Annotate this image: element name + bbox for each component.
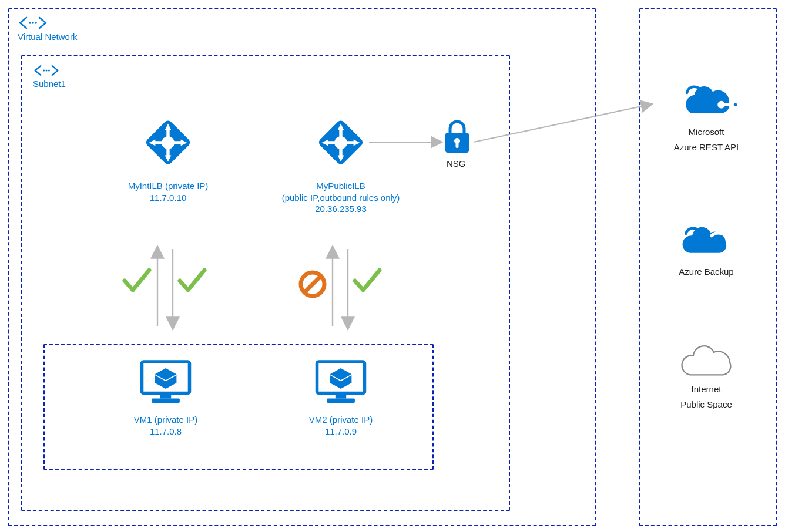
internet-label1: Internet <box>653 383 759 395</box>
svg-point-42 <box>733 102 738 107</box>
vm1-ip: 11.7.0.8 <box>113 426 219 437</box>
svg-rect-37 <box>327 399 355 403</box>
public-ilb: MyPublicILB (public IP,outbound rules on… <box>270 116 411 215</box>
vm2-ip: 11.7.0.9 <box>288 426 394 437</box>
diagram-canvas: Virtual Network Subnet1 MyIntILB (privat… <box>0 0 785 532</box>
lock-icon <box>443 120 471 155</box>
svg-rect-36 <box>336 393 346 398</box>
vm-icon <box>314 359 368 405</box>
svg-rect-30 <box>160 393 171 398</box>
rest-api-label1: Microsoft <box>653 126 759 138</box>
svg-rect-31 <box>152 399 180 403</box>
vm2: VM2 (private IP) 11.7.0.9 <box>288 359 394 437</box>
public-ilb-detail: (public IP,outbound rules only) <box>270 192 411 204</box>
vm-icon <box>139 359 193 405</box>
svg-point-4 <box>45 69 47 71</box>
svg-point-17 <box>334 136 347 149</box>
cloud-backup-icon <box>674 217 739 261</box>
virtual-network-label: Virtual Network <box>18 15 77 42</box>
cloud-api-icon <box>674 78 739 121</box>
svg-marker-43 <box>726 235 734 244</box>
svg-point-7 <box>162 136 175 149</box>
subnet-icon <box>33 63 60 78</box>
subnet-text: Subnet1 <box>33 79 66 89</box>
cloud-icon <box>674 337 739 378</box>
load-balancer-icon <box>142 116 194 169</box>
internal-ilb-name: MyIntILB (private IP) <box>115 180 221 192</box>
svg-point-3 <box>43 69 45 71</box>
vm1: VM1 (private IP) 11.7.0.8 <box>113 359 219 437</box>
internal-ilb: MyIntILB (private IP) 11.7.0.10 <box>115 116 221 203</box>
svg-point-1 <box>32 22 34 24</box>
vnet-icon <box>18 15 48 31</box>
vm2-name: VM2 (private IP) <box>288 414 394 426</box>
virtual-network-text: Virtual Network <box>18 32 77 42</box>
azure-backup: Azure Backup <box>653 217 759 278</box>
backup-label: Azure Backup <box>653 266 759 278</box>
rest-api-label2: Azure REST API <box>653 142 759 153</box>
load-balancer-icon <box>314 116 367 169</box>
public-ilb-name: MyPublicILB <box>270 180 411 192</box>
svg-point-5 <box>48 69 50 71</box>
subnet-label: Subnet1 <box>33 63 66 89</box>
azure-rest-api: Microsoft Azure REST API <box>653 78 759 153</box>
svg-point-0 <box>29 22 31 24</box>
nsg-label: NSG <box>447 159 466 169</box>
internal-ilb-ip: 11.7.0.10 <box>115 192 221 204</box>
vm1-name: VM1 (private IP) <box>113 414 219 426</box>
svg-point-2 <box>35 22 37 24</box>
svg-rect-28 <box>456 142 459 148</box>
nsg-lock <box>443 120 471 157</box>
internet-public-space: Internet Public Space <box>653 337 759 410</box>
public-ilb-ip: 20.36.235.93 <box>270 203 411 215</box>
internet-label2: Public Space <box>653 399 759 410</box>
